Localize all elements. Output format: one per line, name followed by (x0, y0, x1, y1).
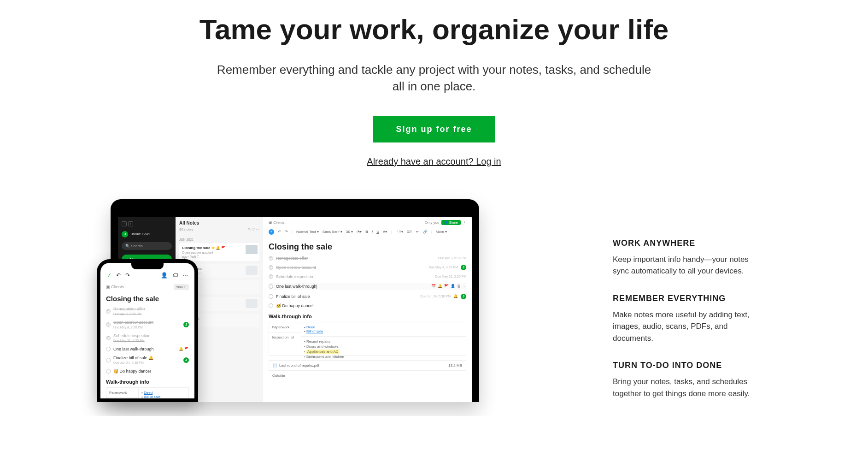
feature-title: REMEMBER EVERYTHING (613, 294, 751, 303)
table-cell: • Recent repairs • Doors and windows • A… (301, 337, 466, 355)
attachment-row[interactable]: 📄Last round of repairs.pdf13.2 MB (269, 360, 466, 371)
flag-icons: 🔔 🚩 (179, 347, 189, 351)
back-icon[interactable]: ‹ (122, 221, 127, 226)
avatar-badge: J (461, 294, 466, 299)
task-row[interactable]: Renegotiate offerDue Apr 3, 5:30 PM (269, 256, 466, 261)
search-input[interactable]: 🔍 Search (122, 242, 172, 250)
task-row[interactable]: Schedule inspectionDue May 21, 2:30 PM (106, 333, 189, 343)
checkbox-icon[interactable] (269, 303, 273, 308)
task-row[interactable]: Open escrow accountDue May 4, 4:30 PMJ (106, 320, 189, 329)
task-row[interactable]: One last walk-through|📅🔔🚩👤🗑⋯ (269, 283, 466, 290)
table-cell: • Deed• Bill of sale (301, 322, 466, 337)
redo-icon[interactable]: ↷ (125, 272, 130, 279)
account-row[interactable]: J Jamie Gold (122, 231, 172, 237)
flag-icon: 🚩 (444, 284, 449, 288)
hero-title: Tame your work, organize your life (0, 13, 868, 46)
notch (131, 263, 164, 269)
info-table: Paperwork • Deed• Bill of sale (106, 387, 189, 398)
caption: Outside (272, 374, 466, 378)
checkbox-icon[interactable] (106, 347, 111, 351)
note-title[interactable]: Closing the sale (106, 295, 189, 303)
link-icon[interactable]: 🔗 (423, 230, 428, 234)
checkbox-icon[interactable] (269, 265, 273, 270)
undo-icon[interactable]: ↶ (278, 230, 281, 234)
checkbox-icon[interactable] (269, 284, 273, 289)
phone-frame: ✓↶↷ 👤🏷⋯ ▣ ClientsYuki T. Closing the sal… (97, 259, 198, 402)
search-placeholder: Search (131, 244, 142, 248)
color-icon[interactable]: ◔▾ (357, 230, 362, 234)
signup-button[interactable]: Sign up for free (373, 116, 495, 142)
file-size: 13.2 MB (448, 363, 462, 368)
check-icon[interactable]: ✓ (107, 272, 111, 279)
feature-item: WORK ANYWHERE Keep important info handy—… (613, 238, 751, 277)
more-icon[interactable]: ⋮ (463, 220, 466, 225)
bold-icon[interactable]: B (365, 230, 368, 234)
tag-chip[interactable]: Yuki T. (174, 284, 189, 290)
forward-icon[interactable]: › (128, 221, 133, 226)
avatar-badge: J (461, 265, 466, 270)
phone-toolbar: ✓↶↷ 👤🏷⋯ (106, 272, 189, 279)
checkbox-icon[interactable] (106, 358, 111, 362)
note-editor: ▣ Clients Only you 👤 Share ⋮ + ↶↷| Norma… (263, 217, 472, 402)
bullet-list-icon[interactable]: ⋮≡▾ (395, 230, 403, 234)
checkbox-icon[interactable] (106, 309, 111, 314)
breadcrumb[interactable]: ▣ Clients (106, 285, 124, 289)
font-family[interactable]: Sans Serif ▾ (323, 230, 342, 234)
content-row: ‹› J Jamie Gold 🔍 Search ＋ New⌄ All Note… (0, 199, 868, 416)
task-row[interactable]: 🥳 Do happy dance! (269, 303, 466, 308)
feature-body: Bring your notes, tasks, and schedules t… (613, 376, 751, 399)
calendar-icon: 📅 (431, 284, 436, 288)
italic-icon[interactable]: I (372, 230, 373, 234)
task-row[interactable]: Open escrow accountDue May 4, 4:30 PM J (269, 265, 466, 270)
font-size[interactable]: 30 ▾ (346, 230, 353, 234)
feature-title: TURN TO-DO INTO DONE (613, 361, 751, 370)
link[interactable]: Bill of sale (144, 395, 160, 398)
bell-icon: 🔔 (438, 284, 442, 288)
highlight-icon[interactable]: A▾ (383, 230, 387, 234)
check-list-icon[interactable]: ☑≡ (407, 230, 412, 234)
feature-title: WORK ANYWHERE (613, 238, 751, 248)
note-title[interactable]: Closing the sale (269, 242, 466, 252)
note-item[interactable]: Closing the sale ★ 🔔 🚩 Open escrow accou… (179, 243, 259, 261)
checkbox-icon[interactable] (106, 336, 111, 340)
link[interactable]: Deed (306, 325, 315, 329)
insert-icon[interactable]: + (269, 229, 274, 235)
redo-icon[interactable]: ↷ (285, 230, 288, 234)
checkbox-icon[interactable] (269, 274, 273, 279)
login-link[interactable]: Already have an account? Log in (367, 156, 501, 167)
checkbox-icon[interactable] (269, 256, 273, 261)
outdent-icon[interactable]: ⇤ (416, 230, 419, 234)
task-action-icons[interactable]: 📅🔔🚩👤🗑⋯ (431, 284, 466, 288)
avatar-badge: J (183, 322, 189, 327)
trash-icon: 🗑 (457, 284, 461, 288)
nav-arrows: ‹› (122, 221, 172, 226)
list-tools[interactable]: ⇅ ▽ ⋯ (248, 227, 259, 231)
undo-icon[interactable]: ↶ (116, 272, 121, 279)
para-style[interactable]: Normal Text ▾ (296, 230, 319, 234)
task-row[interactable]: 🥳 Do happy dance! (106, 369, 189, 374)
tag-icon[interactable]: 🏷 (172, 272, 178, 279)
underline-icon[interactable]: U (376, 230, 379, 234)
task-row[interactable]: One last walk-through🔔 🚩 (106, 347, 189, 351)
user-add-icon[interactable]: 👤 (161, 272, 168, 279)
device-mockups: ‹› J Jamie Gold 🔍 Search ＋ New⌄ All Note… (111, 199, 479, 402)
task-row[interactable]: Finalize bill of sale 🔔Due Jun 24, 5:30 … (106, 356, 189, 365)
breadcrumb[interactable]: ▣ Clients (269, 220, 285, 225)
month-section: JUN 2021 (179, 238, 259, 241)
more-icon[interactable]: ⋯ (182, 272, 188, 279)
checkbox-icon[interactable] (106, 322, 111, 327)
task-row[interactable]: Renegotiate offerDue Apr 3, 5:30 PM (106, 307, 189, 316)
username-label: Jamie Gold (131, 232, 149, 236)
task-row[interactable]: Finalize bill of saleDue Jun 24, 5:30 PM… (269, 294, 466, 299)
checkbox-icon[interactable] (269, 294, 273, 299)
link[interactable]: Bill of sale (306, 329, 323, 333)
checkbox-icon[interactable] (106, 369, 111, 374)
task-row[interactable]: Schedule inspectionDue May 21, 2:30 PM (269, 274, 466, 279)
table-cell: Inspection list (269, 332, 301, 351)
more-toolbar[interactable]: More ▾ (436, 230, 447, 234)
phone-screen: ✓↶↷ 👤🏷⋯ ▣ ClientsYuki T. Closing the sal… (100, 263, 194, 398)
only-you-label: Only you (425, 220, 440, 225)
more-icon: ⋯ (463, 284, 466, 288)
link[interactable]: Deed (144, 391, 152, 395)
share-button[interactable]: 👤 Share (441, 220, 461, 225)
